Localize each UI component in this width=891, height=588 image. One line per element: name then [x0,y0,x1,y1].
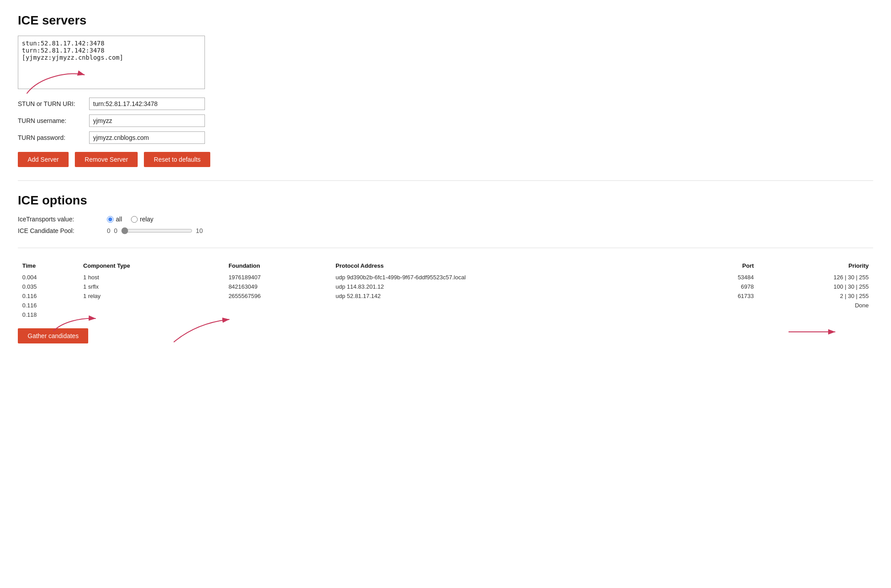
server-list-wrapper [18,36,205,89]
candidates-table: Time Component Type Foundation Protocol … [18,261,873,319]
pool-row: ICE Candidate Pool: 0 0 10 [18,227,873,234]
radio-all-text: all [116,216,122,223]
password-input[interactable] [89,131,205,144]
table-row: 0.118 [18,310,873,319]
table-cell: udp 114.83.201.12 [331,282,693,291]
pool-min-label: 0 [114,227,118,234]
server-buttons: Add Server Remove Server Reset to defaul… [18,152,873,167]
table-cell: 0.116 [18,291,79,301]
table-cell: 6978 [693,282,758,291]
radio-all[interactable] [107,216,114,223]
password-row: TURN password: [18,131,873,144]
remove-server-button[interactable]: Remove Server [75,152,138,167]
table-cell: 0.118 [18,310,79,319]
pool-slider[interactable] [121,227,192,234]
radio-relay[interactable] [131,216,138,223]
table-row: 0.116Done [18,301,873,310]
ice-options-title: ICE options [18,193,873,208]
pool-slider-group: 0 0 10 [107,227,203,234]
pool-label: ICE Candidate Pool: [18,227,107,234]
password-label: TURN password: [18,134,89,141]
table-cell: Done [758,301,873,310]
table-cell: 126 | 30 | 255 [758,273,873,282]
table-row: 0.0351 srflx842163049udp 114.83.201.1269… [18,282,873,291]
transports-row: IceTransports value: all relay [18,216,873,223]
table-cell: 61733 [693,291,758,301]
table-cell: 0.035 [18,282,79,291]
table-row: 0.1161 relay2655567596udp 52.81.17.14261… [18,291,873,301]
table-cell [758,310,873,319]
ice-servers-title: ICE servers [18,13,873,28]
ice-servers-section: ICE servers STUN or TURN URI: TURN usern… [18,13,873,167]
table-cell: 0.004 [18,273,79,282]
reset-defaults-button[interactable]: Reset to defaults [144,152,210,167]
uri-input[interactable] [89,98,205,110]
col-priority: Priority [758,261,873,273]
table-cell: 53484 [693,273,758,282]
table-cell [331,310,693,319]
gather-button-row: Gather candidates [18,328,873,343]
table-cell: 2 | 30 | 255 [758,291,873,301]
uri-row: STUN or TURN URI: [18,98,873,110]
table-cell [224,310,331,319]
radio-relay-label[interactable]: relay [131,216,153,223]
gather-candidates-button[interactable]: Gather candidates [18,328,88,343]
col-time: Time [18,261,79,273]
radio-relay-text: relay [140,216,153,223]
uri-label: STUN or TURN URI: [18,100,89,107]
username-row: TURN username: [18,114,873,127]
col-port: Port [693,261,758,273]
transports-label: IceTransports value: [18,216,107,223]
add-server-button[interactable]: Add Server [18,152,69,167]
pool-value-display: 0 [107,227,110,234]
table-cell: 1 srflx [79,282,224,291]
transports-radio-group: all relay [107,216,153,223]
candidates-table-section: Time Component Type Foundation Protocol … [18,261,873,319]
username-label: TURN username: [18,117,89,124]
table-cell [693,310,758,319]
table-cell [79,310,224,319]
col-protocol-address: Protocol Address [331,261,693,273]
table-cell: udp 9d390b2b-6fc1-499b-9f67-6ddf95523c57… [331,273,693,282]
table-cell: udp 52.81.17.142 [331,291,693,301]
table-cell [79,301,224,310]
username-input[interactable] [89,114,205,127]
table-cell [693,301,758,310]
ice-options-section: ICE options IceTransports value: all rel… [18,193,873,234]
table-cell: 1976189407 [224,273,331,282]
table-cell: 100 | 30 | 255 [758,282,873,291]
radio-all-label[interactable]: all [107,216,122,223]
table-row: 0.0041 host1976189407udp 9d390b2b-6fc1-4… [18,273,873,282]
table-cell [224,301,331,310]
col-component-type: Component Type [79,261,224,273]
section-divider-2 [18,248,873,248]
server-list-textarea[interactable] [18,36,205,89]
table-header-row: Time Component Type Foundation Protocol … [18,261,873,273]
table-cell: 1 host [79,273,224,282]
table-cell: 2655567596 [224,291,331,301]
pool-max-label: 10 [196,227,203,234]
table-cell [331,301,693,310]
col-foundation: Foundation [224,261,331,273]
table-cell: 842163049 [224,282,331,291]
table-cell: 0.116 [18,301,79,310]
section-divider-1 [18,180,873,181]
table-cell: 1 relay [79,291,224,301]
